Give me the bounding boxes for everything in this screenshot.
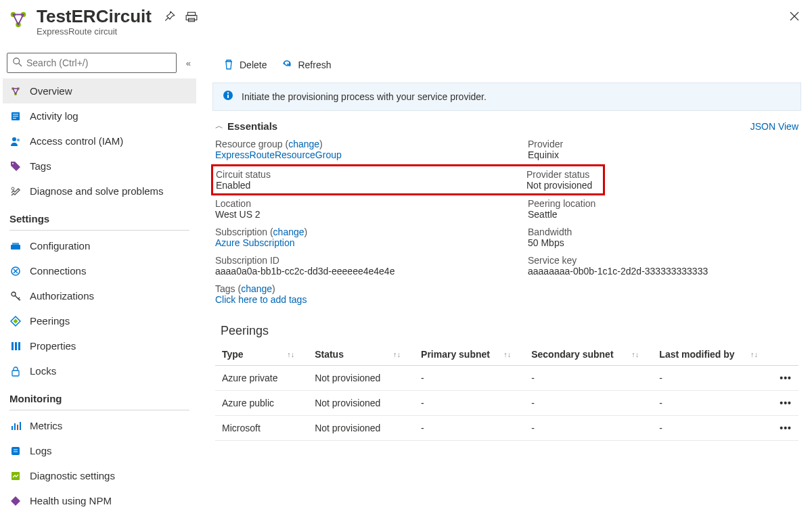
table-row[interactable]: Azure privateNot provisioned---•••: [215, 366, 798, 391]
trash-icon: [223, 59, 234, 72]
peerings-title: Peerings: [221, 324, 798, 338]
search-box[interactable]: [7, 53, 177, 73]
change-link[interactable]: change: [273, 227, 304, 237]
nav-health-npm[interactable]: Health using NPM: [3, 488, 196, 513]
connections-icon: [9, 265, 22, 277]
nav-connections[interactable]: Connections: [3, 258, 196, 283]
table-row[interactable]: MicrosoftNot provisioned---•••: [215, 416, 798, 441]
change-link[interactable]: change: [288, 139, 319, 149]
key-icon: [9, 290, 22, 302]
page-title: TestERCircuit: [37, 7, 152, 26]
health-npm-icon: [9, 495, 22, 507]
nav-locks[interactable]: Locks: [3, 358, 196, 383]
nav-label: Diagnose and solve problems: [30, 185, 164, 197]
nav-label: Peerings: [30, 315, 70, 327]
nav-label: Tags: [30, 160, 51, 172]
add-tags-link[interactable]: Click here to add tags: [215, 294, 798, 305]
row-actions[interactable]: •••: [771, 416, 798, 441]
nav-label: Access control (IAM): [30, 135, 123, 147]
info-icon: [223, 90, 233, 103]
ess-location: Location West US 2: [212, 195, 525, 224]
info-banner: Initiate the provisioning process with y…: [212, 82, 801, 111]
table-row[interactable]: Azure publicNot provisioned---•••: [215, 391, 798, 416]
essentials-label: Essentials: [227, 120, 277, 132]
nav-group-settings: Settings: [3, 204, 196, 227]
nav-activity-log[interactable]: Activity log: [3, 103, 196, 128]
svg-rect-30: [227, 95, 229, 98]
highlighted-status-left: Circuit status Enabled: [211, 164, 526, 195]
nav-access-control[interactable]: Access control (IAM): [3, 128, 196, 153]
row-actions[interactable]: •••: [771, 391, 798, 416]
print-icon[interactable]: [185, 11, 198, 25]
col-secondary[interactable]: Secondary subnet↑↓: [524, 343, 652, 366]
cell-status: Not provisioned: [308, 366, 414, 391]
divider: [9, 230, 189, 231]
col-modified[interactable]: Last modified by↑↓: [652, 343, 771, 366]
ess-subscription-id: Subscription ID aaaa0a0a-bb1b-cc2c-dd3d-…: [212, 252, 525, 281]
col-status[interactable]: Status↑↓: [308, 343, 414, 366]
logs-icon: [9, 445, 22, 457]
cell-type: Azure public: [215, 391, 308, 416]
banner-text: Initiate the provisioning process with y…: [242, 91, 487, 102]
ess-provider: Provider Equinix: [525, 136, 801, 164]
collapse-sidebar-icon[interactable]: «: [186, 58, 191, 68]
svg-rect-25: [17, 425, 18, 430]
nav-diagnostic-settings[interactable]: Diagnostic settings: [3, 463, 196, 488]
svg-rect-4: [186, 16, 197, 20]
json-view-link[interactable]: JSON View: [750, 121, 798, 132]
nav-label: Diagnostic settings: [30, 470, 115, 481]
col-actions: [771, 343, 798, 366]
diagnostic-settings-icon: [9, 470, 22, 482]
ess-tags: Tags (change) Click here to add tags: [212, 281, 801, 309]
nav-properties[interactable]: Properties: [3, 333, 196, 358]
nav-peerings[interactable]: Peerings: [3, 308, 196, 333]
row-actions[interactable]: •••: [771, 366, 798, 391]
blade-header: TestERCircuit ExpressRoute circuit: [0, 0, 812, 43]
nav-label: Logs: [30, 445, 52, 456]
close-button[interactable]: [789, 9, 800, 25]
nav-diagnose[interactable]: Diagnose and solve problems: [3, 179, 196, 204]
svg-rect-21: [18, 342, 20, 350]
col-type[interactable]: Type↑↓: [215, 343, 308, 366]
peerings-icon: [9, 315, 22, 327]
refresh-icon: [281, 59, 292, 72]
svg-rect-16: [12, 243, 19, 245]
svg-point-13: [12, 163, 14, 164]
ess-resource-group: Resource group (change) ExpressRouteReso…: [212, 136, 525, 164]
ess-label-text: Resource group (: [215, 139, 288, 149]
sidebar: « Overview Activity log Access control (…: [0, 0, 203, 522]
change-link[interactable]: change: [241, 283, 272, 294]
metrics-icon: [9, 420, 22, 432]
svg-rect-19: [12, 342, 14, 350]
properties-icon: [9, 340, 22, 352]
svg-rect-15: [11, 245, 20, 250]
ess-value-link[interactable]: Azure Subscription: [215, 237, 522, 248]
cell-primary: -: [414, 391, 524, 416]
pin-icon[interactable]: [164, 11, 176, 25]
essentials-grid: Resource group (change) ExpressRouteReso…: [212, 136, 801, 309]
ess-value-link[interactable]: ExpressRouteResourceGroup: [215, 149, 522, 160]
nav-configuration[interactable]: Configuration: [3, 233, 196, 258]
nav-label: Activity log: [30, 110, 78, 122]
nav-label: Locks: [30, 365, 56, 377]
nav-tags[interactable]: Tags: [3, 153, 196, 179]
nav-overview[interactable]: Overview: [3, 78, 196, 103]
refresh-button[interactable]: Refresh: [276, 56, 336, 74]
nav-authorizations[interactable]: Authorizations: [3, 283, 196, 308]
nav-metrics[interactable]: Metrics: [3, 413, 196, 438]
sort-icon: ↑↓: [287, 350, 294, 358]
refresh-label: Refresh: [298, 60, 331, 70]
sort-icon: ↑↓: [750, 350, 758, 358]
search-input[interactable]: [26, 57, 171, 68]
ess-subscription: Subscription (change) Azure Subscription: [212, 224, 525, 252]
col-primary[interactable]: Primary subnet↑↓: [414, 343, 524, 366]
nav-label: Metrics: [30, 420, 62, 431]
essentials-header[interactable]: ︿ Essentials JSON View: [212, 120, 801, 132]
iam-icon: [9, 135, 22, 147]
svg-rect-24: [14, 423, 16, 430]
highlighted-status-right: Provider status Not provisioned: [524, 164, 605, 195]
nav-logs[interactable]: Logs: [3, 438, 196, 463]
cell-secondary: -: [524, 366, 652, 391]
nav-label: Configuration: [30, 240, 90, 252]
delete-button[interactable]: Delete: [218, 56, 272, 74]
